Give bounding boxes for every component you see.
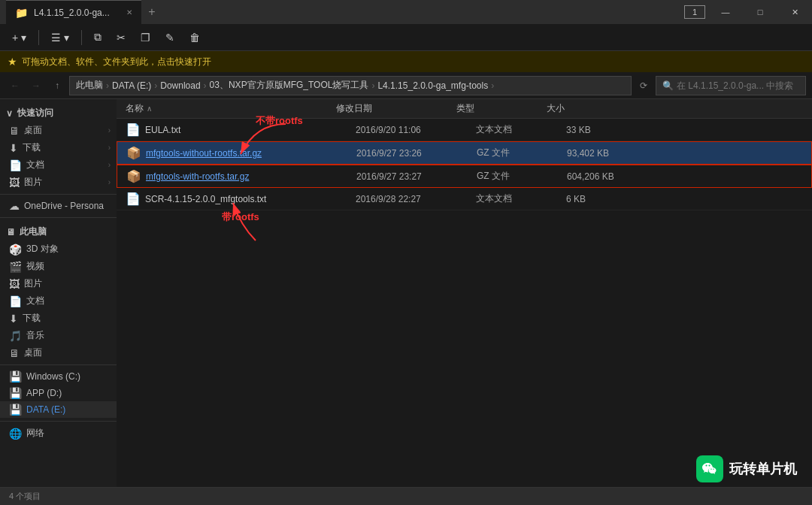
file-date-scr: 2016/9/28 22:27 xyxy=(356,194,476,204)
sidebar-item-network[interactable]: 🌐 网络 xyxy=(0,425,117,442)
tab-close-button[interactable]: ✕ xyxy=(126,8,132,17)
refresh-button[interactable]: ⟳ xyxy=(635,77,653,95)
sidebar-item-pictures2[interactable]: 🖼 图片 xyxy=(0,275,117,292)
file-type-eula: 文本文档 xyxy=(476,123,566,136)
close-button[interactable]: ✕ xyxy=(777,0,812,24)
gz-icon-2: 📦 xyxy=(126,169,141,183)
sep3: › xyxy=(204,80,207,91)
cut-button[interactable]: ✂ xyxy=(111,29,132,47)
file-type-without-rootfs: GZ 文件 xyxy=(477,147,567,159)
divider-2 xyxy=(0,217,117,218)
banner-text: 可拖动文档、软件、文件夹到此，点击快速打开 xyxy=(22,56,211,68)
sidebar-item-desktop[interactable]: 🖥 桌面 › xyxy=(0,122,117,139)
documents-icon: 📄 xyxy=(9,159,22,171)
sep2: › xyxy=(154,80,157,91)
file-name-eula: EULA.txt xyxy=(145,125,356,135)
file-header: 名称 ∧ 修改日期 类型 大小 xyxy=(117,99,812,119)
path-drive[interactable]: DATA (E:) xyxy=(112,80,151,91)
path-computer[interactable]: 此电脑 xyxy=(76,79,103,92)
sidebar-item-c-drive[interactable]: 💾 Windows (C:) xyxy=(0,368,117,385)
statusbar: 4 个项目 xyxy=(0,487,812,505)
separator-2 xyxy=(81,30,82,45)
watermark: 玩转单片机 xyxy=(696,455,797,482)
watermark-text: 玩转单片机 xyxy=(729,460,797,478)
quick-open-banner: ★ 可拖动文档、软件、文件夹到此，点击快速打开 xyxy=(0,51,812,72)
sidebar-item-downloads[interactable]: ⬇ 下载 › xyxy=(0,139,117,156)
new-button[interactable]: + ▾ xyxy=(6,29,32,47)
file-size-eula: 33 KB xyxy=(566,125,641,135)
tab-label: L4.1.15_2.0.0-ga... xyxy=(34,8,110,18)
sidebar-item-downloads2[interactable]: ⬇ 下载 xyxy=(0,310,117,327)
file-type-scr: 文本文档 xyxy=(476,192,566,205)
sidebar-item-d-drive[interactable]: 💾 APP (D:) xyxy=(0,385,117,401)
sidebar: ∨ 快速访问 🖥 桌面 › ⬇ 下载 › 📄 文档 › 🖼 图片 › xyxy=(0,99,117,487)
window-number: 1 xyxy=(684,5,705,19)
copy-button[interactable]: ⧉ xyxy=(88,28,108,47)
address-path[interactable]: 此电脑 › DATA (E:) › Download › 03、NXP官方原版M… xyxy=(69,76,632,95)
desktop2-icon: 🖥 xyxy=(9,347,20,359)
forward-button[interactable]: → xyxy=(27,77,45,95)
pictures-icon: 🖼 xyxy=(9,177,20,189)
sidebar-item-music[interactable]: 🎵 音乐 xyxy=(0,327,117,344)
file-name-with-rootfs: mfgtools-with-rootfs.tar.gz xyxy=(146,171,356,182)
search-box[interactable]: 🔍 xyxy=(656,76,806,95)
txt-icon-2: 📄 xyxy=(126,192,141,206)
col-name-header[interactable]: 名称 ∧ xyxy=(126,102,336,115)
search-icon: 🔍 xyxy=(662,80,674,91)
desktop-icon: 🖥 xyxy=(9,125,20,137)
file-row-scr[interactable]: 📄 SCR-4.1.15-2.0.0_mfgtools.txt 2016/9/2… xyxy=(117,188,812,210)
up-button[interactable]: ↑ xyxy=(48,77,66,95)
onedrive-icon: ☁ xyxy=(9,200,20,212)
3d-icon: 🎲 xyxy=(9,243,22,256)
divider-1 xyxy=(0,194,117,195)
star-icon: ★ xyxy=(8,56,17,68)
computer-header-label: 此电脑 xyxy=(20,225,47,238)
computer-header-icon: 🖥 xyxy=(6,227,15,237)
file-name-without-rootfs: mfgtools-without-rootfs.tar.gz xyxy=(146,148,356,159)
sep1: › xyxy=(106,80,109,91)
file-date-eula: 2016/9/20 11:06 xyxy=(356,125,476,135)
rename-button[interactable]: ✎ xyxy=(159,29,180,47)
sidebar-item-pictures[interactable]: 🖼 图片 › xyxy=(0,174,117,191)
sidebar-item-3dobjects[interactable]: 🎲 3D 对象 xyxy=(0,240,117,258)
sidebar-item-documents[interactable]: 📄 文档 › xyxy=(0,156,117,174)
e-drive-icon: 💾 xyxy=(9,404,22,416)
minimize-button[interactable]: — xyxy=(708,0,743,24)
sidebar-item-video[interactable]: 🎬 视频 xyxy=(0,258,117,275)
file-row-with-rootfs[interactable]: 📦 mfgtools-with-rootfs.tar.gz 2016/9/27 … xyxy=(117,165,812,188)
sidebar-item-onedrive[interactable]: ☁ OneDrive - Persona xyxy=(0,198,117,214)
d-drive-icon: 💾 xyxy=(9,387,22,399)
download-icon: ⬇ xyxy=(9,142,18,154)
folder-icon: 📁 xyxy=(15,7,28,19)
view-button[interactable]: ☰ ▾ xyxy=(45,29,75,47)
col-size-header[interactable]: 大小 xyxy=(547,102,622,115)
file-row-eula[interactable]: 📄 EULA.txt 2016/9/20 11:06 文本文档 33 KB xyxy=(117,119,812,141)
sidebar-item-e-drive[interactable]: 💾 DATA (E:) xyxy=(0,401,117,418)
new-tab-button[interactable]: + xyxy=(141,2,162,23)
path-folder[interactable]: 03、NXP官方原版MFG_TOOL烧写工具 xyxy=(210,79,369,92)
col-type-header[interactable]: 类型 xyxy=(456,102,547,115)
quick-access-header[interactable]: ∨ 快速访问 xyxy=(0,102,117,122)
col-date-header[interactable]: 修改日期 xyxy=(336,102,456,115)
file-size-scr: 6 KB xyxy=(566,194,641,204)
gz-icon-1: 📦 xyxy=(126,146,141,160)
computer-header[interactable]: 🖥 此电脑 xyxy=(0,221,117,240)
titlebar: 📁 L4.1.15_2.0.0-ga... ✕ + 1 — □ ✕ xyxy=(0,0,812,24)
path-current[interactable]: L4.1.15_2.0.0-ga_mfg-tools xyxy=(377,80,488,91)
sidebar-item-desktop2[interactable]: 🖥 桌面 xyxy=(0,344,117,361)
file-row-without-rootfs[interactable]: 📦 mfgtools-without-rootfs.tar.gz 2016/9/… xyxy=(117,141,812,165)
toolbar: + ▾ ☰ ▾ ⧉ ✂ ❐ ✎ 🗑 xyxy=(0,24,812,51)
divider-3 xyxy=(0,364,117,365)
maximize-button[interactable]: □ xyxy=(743,0,777,24)
delete-button[interactable]: 🗑 xyxy=(183,29,206,47)
search-input[interactable] xyxy=(677,80,799,91)
active-tab[interactable]: 📁 L4.1.15_2.0.0-ga... ✕ xyxy=(6,0,141,24)
file-name-scr: SCR-4.1.15-2.0.0_mfgtools.txt xyxy=(145,194,356,204)
paste-button[interactable]: ❐ xyxy=(135,29,156,47)
back-button[interactable]: ← xyxy=(6,77,24,95)
quick-access-label: 快速访问 xyxy=(17,107,53,119)
file-size-without-rootfs: 93,402 KB xyxy=(567,148,642,159)
sidebar-item-docs2[interactable]: 📄 文档 xyxy=(0,292,117,310)
file-size-with-rootfs: 604,206 KB xyxy=(567,171,642,182)
path-download[interactable]: Download xyxy=(160,80,200,91)
